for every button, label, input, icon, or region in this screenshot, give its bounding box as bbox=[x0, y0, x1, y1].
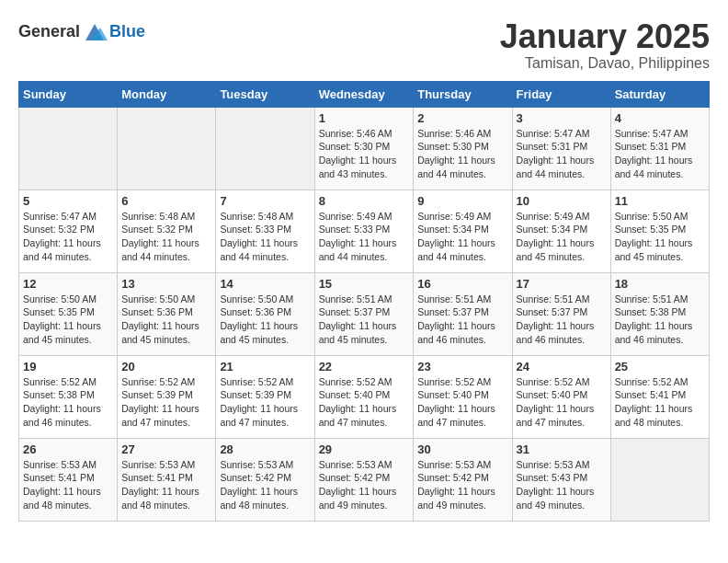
calendar-cell: 17Sunrise: 5:51 AM Sunset: 5:37 PM Dayli… bbox=[512, 272, 610, 355]
day-info: Sunrise: 5:50 AM Sunset: 5:35 PM Dayligh… bbox=[23, 293, 113, 347]
calendar-cell: 16Sunrise: 5:51 AM Sunset: 5:37 PM Dayli… bbox=[414, 272, 512, 355]
calendar-cell: 10Sunrise: 5:49 AM Sunset: 5:34 PM Dayli… bbox=[512, 190, 610, 272]
page-header: General Blue January 2025 Tamisan, Davao… bbox=[18, 18, 710, 72]
calendar-cell bbox=[19, 107, 118, 190]
day-info: Sunrise: 5:53 AM Sunset: 5:41 PM Dayligh… bbox=[121, 458, 211, 512]
calendar-cell: 5Sunrise: 5:47 AM Sunset: 5:32 PM Daylig… bbox=[19, 190, 118, 272]
day-number: 18 bbox=[615, 277, 705, 291]
calendar-cell: 11Sunrise: 5:50 AM Sunset: 5:35 PM Dayli… bbox=[610, 190, 709, 272]
day-info: Sunrise: 5:53 AM Sunset: 5:42 PM Dayligh… bbox=[417, 458, 507, 512]
day-number: 31 bbox=[517, 442, 607, 456]
calendar-cell: 14Sunrise: 5:50 AM Sunset: 5:36 PM Dayli… bbox=[216, 272, 314, 355]
day-number: 4 bbox=[615, 111, 705, 125]
day-info: Sunrise: 5:53 AM Sunset: 5:43 PM Dayligh… bbox=[517, 458, 607, 512]
day-number: 27 bbox=[121, 442, 211, 456]
day-number: 26 bbox=[23, 442, 113, 456]
header-row: SundayMondayTuesdayWednesdayThursdayFrid… bbox=[19, 81, 710, 107]
day-info: Sunrise: 5:46 AM Sunset: 5:30 PM Dayligh… bbox=[417, 127, 507, 181]
month-title: January 2025 bbox=[500, 18, 710, 55]
day-number: 20 bbox=[121, 360, 211, 373]
day-info: Sunrise: 5:49 AM Sunset: 5:34 PM Dayligh… bbox=[417, 210, 507, 264]
day-info: Sunrise: 5:48 AM Sunset: 5:32 PM Dayligh… bbox=[121, 210, 211, 264]
day-info: Sunrise: 5:51 AM Sunset: 5:38 PM Dayligh… bbox=[615, 293, 705, 347]
logo-general: General bbox=[18, 22, 80, 41]
day-number: 12 bbox=[23, 277, 113, 291]
calendar-cell: 2Sunrise: 5:46 AM Sunset: 5:30 PM Daylig… bbox=[414, 107, 512, 190]
day-info: Sunrise: 5:51 AM Sunset: 5:37 PM Dayligh… bbox=[417, 293, 507, 347]
day-number: 9 bbox=[417, 194, 507, 208]
calendar-cell: 31Sunrise: 5:53 AM Sunset: 5:43 PM Dayli… bbox=[512, 438, 610, 521]
col-header-wednesday: Wednesday bbox=[314, 81, 414, 107]
day-info: Sunrise: 5:52 AM Sunset: 5:41 PM Dayligh… bbox=[615, 375, 705, 430]
day-info: Sunrise: 5:48 AM Sunset: 5:33 PM Dayligh… bbox=[220, 210, 310, 264]
day-number: 19 bbox=[23, 360, 113, 373]
day-number: 3 bbox=[517, 111, 607, 125]
day-number: 23 bbox=[417, 360, 507, 373]
day-number: 14 bbox=[220, 277, 310, 291]
week-row-3: 12Sunrise: 5:50 AM Sunset: 5:35 PM Dayli… bbox=[19, 272, 710, 355]
calendar-table: SundayMondayTuesdayWednesdayThursdayFrid… bbox=[18, 81, 710, 522]
day-number: 29 bbox=[319, 442, 410, 456]
day-number: 17 bbox=[517, 277, 607, 291]
week-row-2: 5Sunrise: 5:47 AM Sunset: 5:32 PM Daylig… bbox=[19, 190, 710, 272]
day-number: 8 bbox=[319, 194, 410, 208]
day-number: 2 bbox=[417, 111, 507, 125]
week-row-4: 19Sunrise: 5:52 AM Sunset: 5:38 PM Dayli… bbox=[19, 355, 710, 438]
day-number: 7 bbox=[220, 194, 310, 208]
day-info: Sunrise: 5:53 AM Sunset: 5:42 PM Dayligh… bbox=[220, 458, 310, 512]
day-number: 11 bbox=[615, 194, 705, 208]
day-info: Sunrise: 5:47 AM Sunset: 5:31 PM Dayligh… bbox=[615, 127, 705, 181]
week-row-1: 1Sunrise: 5:46 AM Sunset: 5:30 PM Daylig… bbox=[19, 107, 710, 190]
calendar-cell: 27Sunrise: 5:53 AM Sunset: 5:41 PM Dayli… bbox=[118, 438, 216, 521]
col-header-saturday: Saturday bbox=[610, 81, 709, 107]
calendar-cell: 13Sunrise: 5:50 AM Sunset: 5:36 PM Dayli… bbox=[118, 272, 216, 355]
day-info: Sunrise: 5:49 AM Sunset: 5:33 PM Dayligh… bbox=[319, 210, 410, 264]
day-info: Sunrise: 5:51 AM Sunset: 5:37 PM Dayligh… bbox=[319, 293, 410, 347]
day-number: 22 bbox=[319, 360, 410, 373]
col-header-tuesday: Tuesday bbox=[216, 81, 314, 107]
day-number: 21 bbox=[220, 360, 310, 373]
day-number: 13 bbox=[121, 277, 211, 291]
calendar-cell: 8Sunrise: 5:49 AM Sunset: 5:33 PM Daylig… bbox=[314, 190, 414, 272]
calendar-cell: 4Sunrise: 5:47 AM Sunset: 5:31 PM Daylig… bbox=[610, 107, 709, 190]
day-number: 10 bbox=[517, 194, 607, 208]
calendar-cell: 7Sunrise: 5:48 AM Sunset: 5:33 PM Daylig… bbox=[216, 190, 314, 272]
calendar-cell: 30Sunrise: 5:53 AM Sunset: 5:42 PM Dayli… bbox=[414, 438, 512, 521]
day-info: Sunrise: 5:52 AM Sunset: 5:40 PM Dayligh… bbox=[517, 375, 607, 430]
logo-icon bbox=[82, 18, 108, 44]
day-info: Sunrise: 5:47 AM Sunset: 5:31 PM Dayligh… bbox=[517, 127, 607, 181]
day-number: 25 bbox=[615, 360, 705, 373]
day-info: Sunrise: 5:52 AM Sunset: 5:38 PM Dayligh… bbox=[23, 375, 113, 430]
calendar-cell: 19Sunrise: 5:52 AM Sunset: 5:38 PM Dayli… bbox=[19, 355, 118, 438]
calendar-cell: 20Sunrise: 5:52 AM Sunset: 5:39 PM Dayli… bbox=[118, 355, 216, 438]
calendar-cell bbox=[118, 107, 216, 190]
col-header-friday: Friday bbox=[512, 81, 610, 107]
day-info: Sunrise: 5:50 AM Sunset: 5:35 PM Dayligh… bbox=[615, 210, 705, 264]
col-header-monday: Monday bbox=[118, 81, 216, 107]
location-title: Tamisan, Davao, Philippines bbox=[500, 55, 710, 72]
day-number: 28 bbox=[220, 442, 310, 456]
calendar-cell: 18Sunrise: 5:51 AM Sunset: 5:38 PM Dayli… bbox=[610, 272, 709, 355]
calendar-cell: 22Sunrise: 5:52 AM Sunset: 5:40 PM Dayli… bbox=[314, 355, 414, 438]
day-info: Sunrise: 5:46 AM Sunset: 5:30 PM Dayligh… bbox=[319, 127, 410, 181]
logo-blue: Blue bbox=[109, 22, 145, 41]
calendar-cell: 29Sunrise: 5:53 AM Sunset: 5:42 PM Dayli… bbox=[314, 438, 414, 521]
day-number: 16 bbox=[417, 277, 507, 291]
day-info: Sunrise: 5:49 AM Sunset: 5:34 PM Dayligh… bbox=[517, 210, 607, 264]
day-info: Sunrise: 5:51 AM Sunset: 5:37 PM Dayligh… bbox=[517, 293, 607, 347]
day-info: Sunrise: 5:50 AM Sunset: 5:36 PM Dayligh… bbox=[121, 293, 211, 347]
day-info: Sunrise: 5:52 AM Sunset: 5:39 PM Dayligh… bbox=[220, 375, 310, 430]
day-number: 6 bbox=[121, 194, 211, 208]
week-row-5: 26Sunrise: 5:53 AM Sunset: 5:41 PM Dayli… bbox=[19, 438, 710, 521]
day-number: 1 bbox=[319, 111, 410, 125]
day-number: 5 bbox=[23, 194, 113, 208]
day-info: Sunrise: 5:52 AM Sunset: 5:40 PM Dayligh… bbox=[417, 375, 507, 430]
day-number: 30 bbox=[417, 442, 507, 456]
calendar-cell: 15Sunrise: 5:51 AM Sunset: 5:37 PM Dayli… bbox=[314, 272, 414, 355]
calendar-cell: 25Sunrise: 5:52 AM Sunset: 5:41 PM Dayli… bbox=[610, 355, 709, 438]
col-header-sunday: Sunday bbox=[19, 81, 118, 107]
title-block: January 2025 Tamisan, Davao, Philippines bbox=[500, 18, 710, 72]
calendar-cell bbox=[610, 438, 709, 521]
calendar-cell: 6Sunrise: 5:48 AM Sunset: 5:32 PM Daylig… bbox=[118, 190, 216, 272]
day-info: Sunrise: 5:47 AM Sunset: 5:32 PM Dayligh… bbox=[23, 210, 113, 264]
